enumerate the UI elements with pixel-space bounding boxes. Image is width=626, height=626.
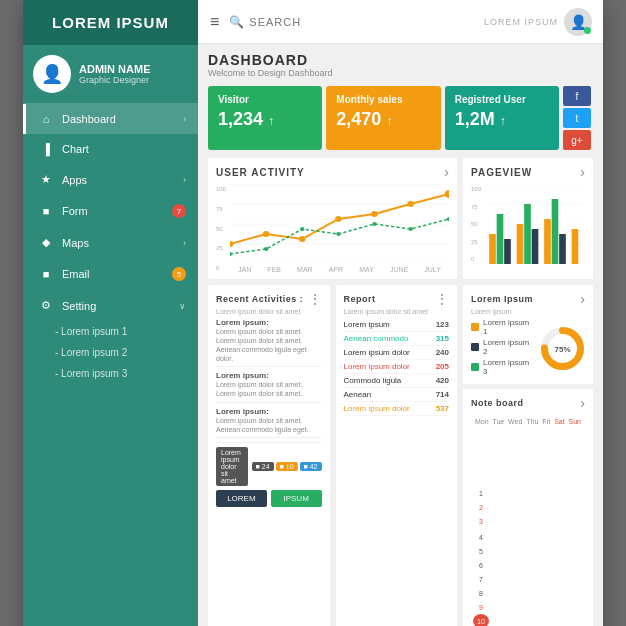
badge-42: ■ 42 xyxy=(300,462,322,471)
stat-card-user: Registred User 1,2M ↑ xyxy=(445,86,559,150)
chart-title: PAGEVIEW xyxy=(471,167,532,178)
more-icon[interactable]: › xyxy=(580,164,585,180)
cal-cell xyxy=(473,444,489,458)
activity-item: Lorem ipsum: Lorem ipsum dolor sit amet.… xyxy=(216,407,322,438)
report-panel: Report ⋮ Lorem ipsum dolor sit amet Lore… xyxy=(336,285,458,626)
svg-point-5 xyxy=(230,241,233,247)
sidebar-user: 👤 ADMIN NAME Graphic Designer xyxy=(23,45,198,104)
topbar-brand: LOREM IPSUM xyxy=(484,17,558,27)
report-row: Lorem ipsum dolor 537 xyxy=(344,402,450,416)
footer-text-box: Lorem ipsum dolor sit amet xyxy=(216,447,248,486)
facebook-button[interactable]: f xyxy=(563,86,591,106)
up-arrow-icon: ↑ xyxy=(500,114,506,128)
sidebar-item-form[interactable]: ■ Form 7 xyxy=(23,195,198,227)
sidebar-item-setting[interactable]: ⚙ Setting ∨ xyxy=(23,290,198,321)
svg-point-17 xyxy=(408,227,412,231)
sidebar-item-chart[interactable]: ▐ Chart xyxy=(23,134,198,164)
search-input[interactable] xyxy=(249,16,484,28)
gear-icon: ⚙ xyxy=(38,299,54,312)
stat-label: Visitor xyxy=(218,94,312,105)
arrow-right-icon[interactable]: › xyxy=(580,291,585,307)
sidebar-item-email[interactable]: ■ Email 5 xyxy=(23,258,198,290)
stat-label: Registred User xyxy=(455,94,549,105)
sidebar-logo: LOREM IPSUM xyxy=(23,0,198,45)
day-label: Fri xyxy=(541,417,551,426)
svg-point-18 xyxy=(447,217,449,221)
sidebar: LOREM IPSUM 👤 ADMIN NAME Graphic Designe… xyxy=(23,0,198,626)
cal-cell-today: 10 xyxy=(473,614,489,626)
sub-item-1[interactable]: - Lorem ipsum 1 xyxy=(23,321,198,342)
more-icon[interactable]: ⋮ xyxy=(308,291,322,307)
sidebar-item-apps[interactable]: ★ Apps › xyxy=(23,164,198,195)
report-row: Commodo ligula 420 xyxy=(344,374,450,388)
email-icon: ■ xyxy=(38,268,54,280)
stat-label: Monthly sales xyxy=(336,94,430,105)
svg-text:75%: 75% xyxy=(554,345,570,354)
sidebar-item-maps[interactable]: ◆ Maps › xyxy=(23,227,198,258)
stat-card-monthly: Monthly sales 2,470 ↑ xyxy=(326,86,440,150)
stat-value: 2,470 ↑ xyxy=(336,109,430,130)
chevron-right-icon: › xyxy=(183,238,186,248)
svg-point-13 xyxy=(264,247,268,251)
report-row: Aenean 714 xyxy=(344,388,450,402)
up-arrow-icon: ↑ xyxy=(268,114,274,128)
panel-subtitle: Lorem ipsum dolor sit amet xyxy=(216,308,322,315)
sidebar-item-label: Email xyxy=(62,268,172,280)
more-icon[interactable]: › xyxy=(444,164,449,180)
legend-item-1: Lorem ipsum 1 xyxy=(471,318,534,336)
star-icon: ★ xyxy=(38,173,54,186)
arrow-right-icon[interactable]: › xyxy=(580,395,585,411)
sidebar-item-dashboard[interactable]: ⌂ Dashboard › xyxy=(23,104,198,134)
activity-footer: Lorem ipsum dolor sit amet ■ 24 ■ 10 ■ 4… xyxy=(216,442,322,486)
cal-cell xyxy=(473,430,489,444)
cal-cell: 1 xyxy=(473,486,489,500)
charts-row: USER ACTIVITY › 100 75 50 25 0 xyxy=(208,158,593,279)
report-row: Aenean commodo 315 xyxy=(344,332,450,346)
panel-subtitle: Lorem ipsum xyxy=(471,308,585,315)
svg-rect-26 xyxy=(504,239,511,264)
user-name: ADMIN NAME xyxy=(79,63,151,75)
panel-header: Lorem Ipsum › xyxy=(471,291,585,307)
day-label-sat: Sat xyxy=(553,417,566,426)
lorem-ipsum-panel: Lorem Ipsum › Lorem ipsum Lorem ipsum 1 xyxy=(463,285,593,384)
sidebar-item-label: Apps xyxy=(62,174,183,186)
legend-dot xyxy=(471,343,479,351)
day-label: Mon xyxy=(474,417,490,426)
page-content: DASHBOARD Welcome to Design Dashboard Vi… xyxy=(198,44,603,626)
badge-24: ■ 24 xyxy=(252,462,274,471)
day-label: Thu xyxy=(525,417,539,426)
panel-header: Report ⋮ xyxy=(344,291,450,307)
social-icons: f t g+ xyxy=(563,86,593,150)
maps-icon: ◆ xyxy=(38,236,54,249)
menu-icon[interactable]: ≡ xyxy=(210,13,219,31)
badge-10: ■ 10 xyxy=(276,462,298,471)
search-icon: 🔍 xyxy=(229,15,244,29)
day-label-sun: Sun xyxy=(568,417,582,426)
sidebar-item-label: Maps xyxy=(62,237,183,249)
svg-rect-24 xyxy=(489,234,496,264)
cal-cell: 8 xyxy=(473,586,489,600)
sub-item-3[interactable]: - Lorem ipsum 3 xyxy=(23,363,198,384)
ipsum-button[interactable]: IPSUM xyxy=(271,490,322,507)
sidebar-item-label: Setting xyxy=(62,300,179,312)
sidebar-item-label: Chart xyxy=(62,143,186,155)
badge-row: ■ 24 ■ 10 ■ 42 xyxy=(252,462,322,471)
more-icon[interactable]: ⋮ xyxy=(435,291,449,307)
chart-icon: ▐ xyxy=(38,143,54,155)
cal-cell: 4 xyxy=(473,530,489,544)
stat-value: 1,2M ↑ xyxy=(455,109,549,130)
lorem-button[interactable]: LOREM xyxy=(216,490,267,507)
avatar: 👤 xyxy=(33,55,71,93)
twitter-button[interactable]: t xyxy=(563,108,591,128)
chevron-right-icon: › xyxy=(183,114,186,124)
panel-header: Recent Activities : ⋮ xyxy=(216,291,322,307)
user-info: ADMIN NAME Graphic Designer xyxy=(79,63,151,85)
main-content: ≡ 🔍 LOREM IPSUM 👤 DASHBOARD Welcome to D… xyxy=(198,0,603,626)
svg-point-7 xyxy=(299,236,306,242)
google-button[interactable]: g+ xyxy=(563,130,591,150)
search-bar: 🔍 xyxy=(229,15,484,29)
donut-chart: 75% xyxy=(540,326,585,371)
sub-item-2[interactable]: - Lorem ipsum 2 xyxy=(23,342,198,363)
badge-orange: 5 xyxy=(172,267,186,281)
home-icon: ⌂ xyxy=(38,113,54,125)
